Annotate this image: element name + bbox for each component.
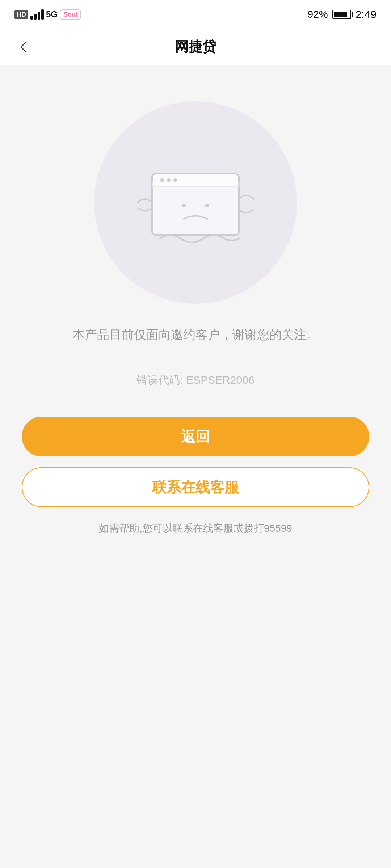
signal-bar-4 <box>41 9 44 20</box>
help-text: 如需帮助,您可以联系在线客服或拨打95599 <box>99 522 292 535</box>
error-illustration-wrapper <box>94 101 297 304</box>
nav-bar: 网捷贷 <box>0 29 391 65</box>
svg-point-5 <box>173 178 177 182</box>
error-illustration-icon <box>130 152 261 253</box>
svg-point-7 <box>205 204 209 207</box>
network-type: 5G <box>46 9 58 20</box>
svg-point-3 <box>160 178 164 182</box>
battery-percent: 92% <box>308 9 328 20</box>
status-icons-left: HD 5G Soul <box>14 9 81 20</box>
status-icons-right: 92% 2:49 <box>308 8 377 21</box>
status-bar: HD 5G Soul 92% 2:49 <box>0 0 391 29</box>
signal-bar-1 <box>30 16 33 20</box>
time-display: 2:49 <box>356 8 377 21</box>
error-message: 本产品目前仅面向邀约客户，谢谢您的关注。 <box>72 326 319 344</box>
signal-bars <box>30 9 44 20</box>
error-code: 错误代码: ESPSER2006 <box>136 373 254 388</box>
battery-icon <box>332 10 351 19</box>
return-button[interactable]: 返回 <box>22 417 369 456</box>
svg-point-6 <box>182 204 186 207</box>
hd-badge: HD <box>14 10 28 19</box>
signal-bar-3 <box>38 12 40 20</box>
back-button[interactable] <box>14 36 36 58</box>
back-chevron-icon <box>20 42 30 52</box>
page-title: 网捷贷 <box>175 38 216 56</box>
svg-point-4 <box>167 178 171 182</box>
battery-fill <box>334 12 347 17</box>
soul-app-icon: Soul <box>60 9 81 20</box>
main-content: 本产品目前仅面向邀约客户，谢谢您的关注。 错误代码: ESPSER2006 返回… <box>0 65 391 868</box>
contact-button[interactable]: 联系在线客服 <box>22 467 369 507</box>
svg-rect-2 <box>152 182 239 187</box>
signal-bar-2 <box>34 14 37 20</box>
